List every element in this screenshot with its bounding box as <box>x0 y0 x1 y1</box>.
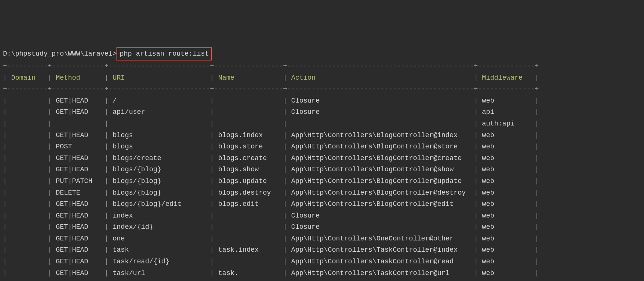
command-text: php artisan route:list <box>116 47 212 60</box>
route-domain <box>11 143 44 150</box>
route-uri: blogs/create <box>113 154 206 162</box>
route-middleware: web <box>482 246 531 254</box>
route-name <box>218 212 279 219</box>
route-method: GET|HEAD <box>56 166 100 173</box>
route-middleware: api <box>482 108 531 116</box>
route-middleware: web <box>482 235 531 242</box>
route-method: GET|HEAD <box>56 269 100 277</box>
route-method: PUT|PATCH <box>56 177 100 185</box>
route-action: App\Http\Controllers\BlogController@crea… <box>291 154 470 162</box>
route-uri <box>113 120 206 127</box>
route-method: GET|HEAD <box>56 97 100 104</box>
route-middleware: web <box>482 269 531 277</box>
route-name <box>218 258 279 265</box>
route-middleware: web <box>482 131 531 139</box>
route-action: App\Http\Controllers\BlogController@edit <box>291 200 470 208</box>
route-middleware: web <box>482 143 531 150</box>
route-method: GET|HEAD <box>56 108 100 116</box>
route-uri: blogs <box>113 131 206 139</box>
route-middleware: web <box>482 189 531 196</box>
route-method: GET|HEAD <box>56 235 100 242</box>
route-middleware: web <box>482 177 531 185</box>
route-name <box>218 235 279 242</box>
route-method: DELETE <box>56 189 100 196</box>
route-domain <box>11 200 44 208</box>
route-name: blogs.show <box>218 166 279 173</box>
route-domain <box>11 177 44 185</box>
route-domain <box>11 131 44 139</box>
route-name: blogs.destroy <box>218 189 279 196</box>
route-name <box>218 223 279 231</box>
terminal-output: D:\phpstudy_pro\WWW\laravel>php artisan … <box>3 47 641 281</box>
route-action: App\Http\Controllers\TaskController@url <box>291 269 470 277</box>
route-uri: index/{id} <box>113 223 206 231</box>
route-name <box>218 108 279 116</box>
route-method: GET|HEAD <box>56 212 100 219</box>
route-method: GET|HEAD <box>56 200 100 208</box>
route-name: task. <box>218 269 279 277</box>
route-action: Closure <box>291 97 470 104</box>
route-uri: / <box>113 97 206 104</box>
route-action: App\Http\Controllers\BlogController@dest… <box>291 189 470 196</box>
route-domain <box>11 120 44 127</box>
route-uri: blogs/{blog} <box>113 189 206 196</box>
route-middleware: web <box>482 223 531 231</box>
route-action: App\Http\Controllers\BlogController@stor… <box>291 143 470 150</box>
route-middleware: web <box>482 258 531 265</box>
route-uri: task <box>113 246 206 254</box>
route-domain <box>11 108 44 116</box>
route-method: POST <box>56 143 100 150</box>
route-uri: one <box>113 235 206 242</box>
route-domain <box>11 258 44 265</box>
route-domain <box>11 189 44 196</box>
route-action: App\Http\Controllers\TaskController@inde… <box>291 246 470 254</box>
route-name: task.index <box>218 246 279 254</box>
route-domain <box>11 212 44 219</box>
route-middleware: web <box>482 212 531 219</box>
route-uri: api/user <box>113 108 206 116</box>
route-action: App\Http\Controllers\BlogController@inde… <box>291 131 470 139</box>
route-name: blogs.edit <box>218 200 279 208</box>
route-method: GET|HEAD <box>56 154 100 162</box>
route-action: App\Http\Controllers\BlogController@upda… <box>291 177 470 185</box>
route-uri: task/url <box>113 269 206 277</box>
route-action: Closure <box>291 223 470 231</box>
route-action: Closure <box>291 108 470 116</box>
route-action <box>291 120 470 127</box>
route-action: App\Http\Controllers\OneController@other <box>291 235 470 242</box>
route-middleware: auth:api <box>482 120 531 127</box>
route-method: GET|HEAD <box>56 246 100 254</box>
route-domain <box>11 223 44 231</box>
route-method: GET|HEAD <box>56 258 100 265</box>
route-name: blogs.store <box>218 143 279 150</box>
route-uri: blogs/{blog} <box>113 177 206 185</box>
route-name: blogs.index <box>218 131 279 139</box>
route-method: GET|HEAD <box>56 131 100 139</box>
command-prompt[interactable]: D:\phpstudy_pro\WWW\laravel>php artisan … <box>3 50 212 57</box>
route-uri: index <box>113 212 206 219</box>
route-name: blogs.create <box>218 154 279 162</box>
route-name: blogs.update <box>218 177 279 185</box>
route-method: GET|HEAD <box>56 223 100 231</box>
route-uri: blogs/{blog} <box>113 166 206 173</box>
route-uri: blogs <box>113 143 206 150</box>
route-domain <box>11 97 44 104</box>
route-domain <box>11 235 44 242</box>
route-middleware: web <box>482 166 531 173</box>
route-domain <box>11 269 44 277</box>
route-action: App\Http\Controllers\BlogController@show <box>291 166 470 173</box>
route-middleware: web <box>482 154 531 162</box>
route-action: Closure <box>291 212 470 219</box>
route-middleware: web <box>482 200 531 208</box>
route-action: App\Http\Controllers\TaskController@read <box>291 258 470 265</box>
route-middleware: web <box>482 97 531 104</box>
route-uri: task/read/{id} <box>113 258 206 265</box>
route-name <box>218 120 279 127</box>
route-uri: blogs/{blog}/edit <box>113 200 206 208</box>
route-method <box>56 120 100 127</box>
prompt-path: D:\phpstudy_pro\WWW\laravel> <box>3 50 116 57</box>
route-domain <box>11 246 44 254</box>
route-domain <box>11 154 44 162</box>
route-name <box>218 97 279 104</box>
route-domain <box>11 166 44 173</box>
